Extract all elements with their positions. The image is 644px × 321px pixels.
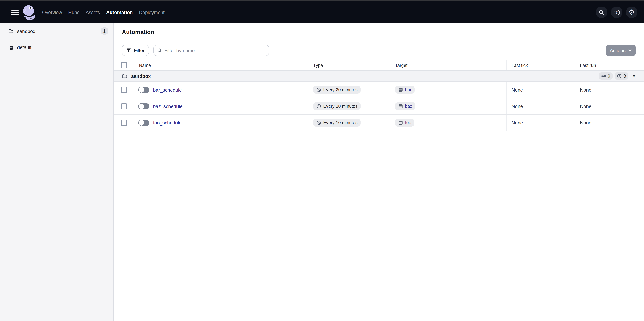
help-icon: ? <box>614 10 620 15</box>
nav-item-runs[interactable]: Runs <box>68 10 80 15</box>
sidebar-item-label: default <box>17 45 32 50</box>
schedule-toggle[interactable] <box>138 103 149 109</box>
group-name: sandbox <box>131 73 151 79</box>
clock-icon <box>617 74 622 78</box>
automation-table: Name Type Target Last tick Last run sand… <box>114 60 644 131</box>
column-header-last-tick: Last tick <box>507 60 575 70</box>
last-tick-value: None <box>507 114 575 131</box>
job-table-icon <box>398 87 403 92</box>
schedule-count: 3 <box>624 73 626 79</box>
target-name: baz <box>405 104 412 109</box>
schedule-count-pill: 3 <box>614 72 628 80</box>
nav-item-assets[interactable]: Assets <box>86 10 100 15</box>
group-row-sandbox[interactable]: sandbox 0 <box>114 71 644 82</box>
row-checkbox[interactable] <box>121 87 127 93</box>
hamburger-menu-icon[interactable] <box>11 10 19 15</box>
target-name: foo <box>405 120 411 125</box>
sidebar-item-sandbox[interactable]: sandbox 1 <box>0 23 113 39</box>
nav-item-deployment[interactable]: Deployment <box>139 10 164 15</box>
schedule-link[interactable]: bar_schedule <box>153 87 182 92</box>
column-header-last-run: Last run <box>575 60 644 70</box>
target-badge[interactable]: foo <box>395 119 414 126</box>
funnel-icon <box>126 48 131 53</box>
gear-icon: ⚙ <box>628 9 635 16</box>
main-content: Automation Filter Action <box>114 23 644 321</box>
job-table-icon <box>398 104 403 108</box>
select-all-checkbox[interactable] <box>121 62 127 68</box>
schedule-type: Every 30 minutes <box>323 104 358 109</box>
schedule-type-badge: Every 10 minutes <box>313 119 361 126</box>
page-header: Automation <box>114 23 644 41</box>
table-copy-icon <box>8 45 13 50</box>
help-button[interactable]: ? <box>611 7 622 18</box>
schedule-toggle[interactable] <box>138 119 149 126</box>
primary-nav: Overview Runs Assets Automation Deployme… <box>42 10 164 15</box>
schedule-toggle[interactable] <box>138 87 149 93</box>
last-run-value: None <box>575 114 644 131</box>
target-badge[interactable]: baz <box>395 102 415 110</box>
schedule-link[interactable]: baz_schedule <box>153 103 183 109</box>
search-button[interactable] <box>596 7 607 18</box>
column-header-target: Target <box>390 60 507 70</box>
schedule-link[interactable]: foo_schedule <box>153 120 182 125</box>
search-icon <box>157 48 162 53</box>
filter-button-label: Filter <box>134 48 144 53</box>
settings-button[interactable]: ⚙ <box>626 7 638 18</box>
sensor-count: 0 <box>608 73 610 79</box>
chevron-down-icon <box>628 49 632 52</box>
topbar-icon-buttons: ? ⚙ <box>596 7 638 18</box>
nav-item-overview[interactable]: Overview <box>42 10 62 15</box>
folder-icon <box>122 73 127 79</box>
column-header-type: Type <box>308 60 390 70</box>
last-run-value: None <box>575 98 644 114</box>
name-filter-input[interactable] <box>164 48 265 53</box>
sensor-icon <box>601 74 606 78</box>
table-row: foo_schedule Every 10 minutes <box>114 114 644 131</box>
top-navigation-bar: Overview Runs Assets Automation Deployme… <box>0 1 644 23</box>
target-badge[interactable]: bar <box>395 86 414 94</box>
schedule-type: Every 10 minutes <box>323 120 358 125</box>
folder-icon <box>8 29 13 34</box>
window-top-strip <box>0 0 644 1</box>
sidebar-item-label: sandbox <box>17 28 35 34</box>
sensor-count-pill: 0 <box>599 72 612 80</box>
sidebar-item-default[interactable]: default <box>0 39 113 56</box>
actions-button-label: Actions <box>610 48 626 53</box>
schedule-type-badge: Every 30 minutes <box>313 102 361 110</box>
row-checkbox[interactable] <box>121 119 127 126</box>
clock-icon <box>316 104 321 108</box>
filter-button[interactable]: Filter <box>122 45 149 56</box>
collapse-caret-icon[interactable]: ▾ <box>633 74 635 78</box>
job-table-icon <box>398 120 403 125</box>
clock-icon <box>316 87 321 92</box>
last-tick-value: None <box>507 82 575 98</box>
nav-item-automation[interactable]: Automation <box>106 10 133 15</box>
table-row: baz_schedule Every 30 minutes <box>114 98 644 114</box>
name-filter-field <box>154 45 269 56</box>
row-checkbox[interactable] <box>121 103 127 109</box>
code-location-sidebar: sandbox 1 default <box>0 23 114 321</box>
last-run-value: None <box>575 82 644 98</box>
app-window: Overview Runs Assets Automation Deployme… <box>0 0 644 321</box>
sidebar-item-count-badge: 1 <box>101 28 108 35</box>
schedule-type: Every 20 minutes <box>323 87 358 92</box>
clock-icon <box>316 120 321 125</box>
search-icon <box>599 10 604 15</box>
table-header-row: Name Type Target Last tick Last run <box>114 60 644 71</box>
column-header-name: Name <box>134 60 308 70</box>
group-counts: 0 3 ▾ <box>599 72 635 80</box>
schedule-type-badge: Every 20 minutes <box>313 86 361 94</box>
page-title: Automation <box>122 29 154 36</box>
actions-button[interactable]: Actions <box>606 45 636 56</box>
table-row: bar_schedule Every 20 minutes <box>114 82 644 98</box>
last-tick-value: None <box>507 98 575 114</box>
target-name: bar <box>405 87 412 92</box>
filter-toolbar: Filter Actions <box>114 41 644 60</box>
dagster-logo-icon[interactable] <box>21 4 38 21</box>
